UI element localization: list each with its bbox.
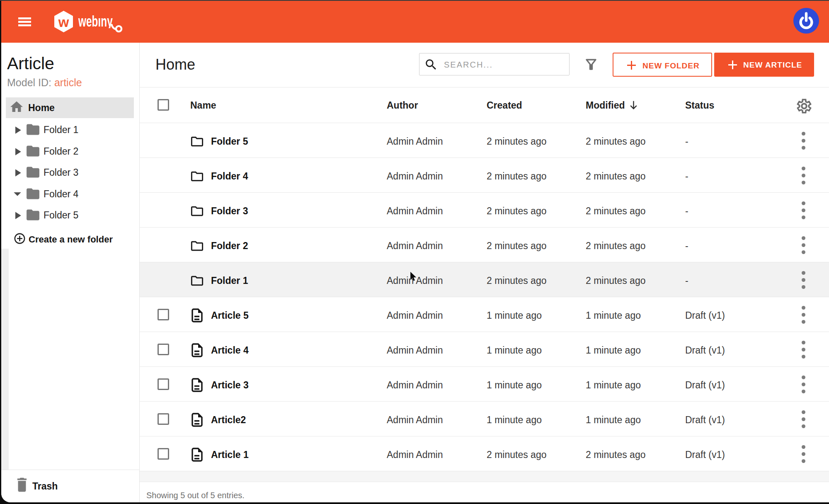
svg-text:w: w (58, 15, 69, 30)
